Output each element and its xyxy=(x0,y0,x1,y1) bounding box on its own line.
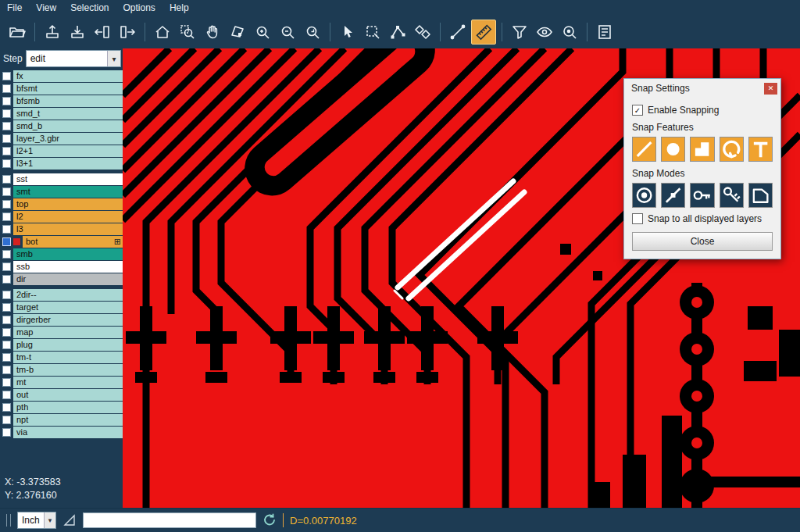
layer-name[interactable]: 2dir-- xyxy=(13,289,123,301)
layer-row[interactable]: l2 xyxy=(0,211,123,223)
layer-visibility-checkbox[interactable] xyxy=(2,237,11,246)
layer-name[interactable]: layer_3.gbr xyxy=(13,133,123,145)
layer-visibility-checkbox[interactable] xyxy=(2,109,11,118)
snap-arc-button[interactable] xyxy=(720,137,744,162)
layer-visibility-checkbox[interactable] xyxy=(2,275,11,284)
layer-visibility-checkbox[interactable] xyxy=(2,428,11,437)
layer-name[interactable]: out xyxy=(13,389,123,401)
layer-visibility-checkbox[interactable] xyxy=(2,403,11,412)
layer-name[interactable]: l3+1 xyxy=(13,158,123,170)
menu-help[interactable]: Help xyxy=(162,1,196,15)
layer-row[interactable]: dirgerber xyxy=(0,314,123,326)
layer-name[interactable]: smd_t xyxy=(13,108,123,120)
inspect-button[interactable] xyxy=(558,20,581,44)
layer-name[interactable]: bfsmt xyxy=(13,83,123,95)
layer-row[interactable]: out xyxy=(0,389,123,401)
line-tool-button[interactable] xyxy=(446,20,470,44)
layer-visibility-checkbox[interactable] xyxy=(2,72,11,80)
menu-options[interactable]: Options xyxy=(116,1,162,15)
all-layers-checkbox[interactable] xyxy=(632,213,643,224)
layer-name[interactable]: dir xyxy=(13,273,123,285)
snap-pad-button[interactable] xyxy=(661,137,685,162)
layer-row[interactable]: dir xyxy=(0,273,123,285)
save-down-button[interactable] xyxy=(66,20,89,44)
menu-view[interactable]: View xyxy=(29,1,63,15)
layer-visibility-checkbox[interactable] xyxy=(2,291,11,299)
zoom-in-button[interactable] xyxy=(251,20,274,44)
layer-row[interactable]: mt xyxy=(0,377,123,388)
layer-visibility-checkbox[interactable] xyxy=(2,353,11,362)
layer-row[interactable]: target xyxy=(0,302,123,313)
layer-visibility-checkbox[interactable] xyxy=(2,262,11,271)
layer-row[interactable]: top xyxy=(0,198,123,210)
layer-row[interactable]: smd_t xyxy=(0,108,123,120)
layer-visibility-checkbox[interactable] xyxy=(2,187,11,196)
export-button[interactable] xyxy=(116,20,139,44)
snap-contour-button[interactable] xyxy=(748,183,773,208)
open-file-button[interactable] xyxy=(5,20,29,44)
films-button[interactable] xyxy=(411,20,434,44)
layer-name[interactable]: pth xyxy=(13,402,123,413)
layer-row[interactable]: l2+1 xyxy=(0,145,123,157)
layer-name[interactable]: mt xyxy=(13,377,123,388)
layer-row[interactable]: npt xyxy=(0,414,123,426)
snap-key-angle-button[interactable] xyxy=(720,183,744,208)
layer-row[interactable]: via xyxy=(0,427,123,438)
layer-name[interactable]: bot⊞ xyxy=(23,236,123,248)
layer-row[interactable]: ssb xyxy=(0,261,123,273)
layer-name[interactable]: dirgerber xyxy=(13,314,123,326)
zoom-out-button[interactable] xyxy=(276,20,299,44)
layer-name[interactable]: bfsmb xyxy=(13,95,123,107)
close-button[interactable]: Close xyxy=(632,232,773,251)
snap-on-line-button[interactable] xyxy=(661,183,685,208)
menu-file[interactable]: File xyxy=(0,1,29,15)
layer-row[interactable]: fx xyxy=(0,70,123,82)
snap-key-button[interactable] xyxy=(690,183,714,208)
layer-row[interactable]: l3+1 xyxy=(0,158,123,170)
layer-name[interactable]: npt xyxy=(13,414,123,426)
select-cursor-button[interactable] xyxy=(336,20,359,44)
layer-visibility-checkbox[interactable] xyxy=(2,175,11,184)
layer-visibility-checkbox[interactable] xyxy=(2,328,11,337)
layer-name[interactable]: l3 xyxy=(13,223,123,235)
layer-visibility-checkbox[interactable] xyxy=(2,122,11,130)
filter-button[interactable] xyxy=(508,20,531,44)
zoom-polygon-button[interactable] xyxy=(226,20,249,44)
layer-visibility-checkbox[interactable] xyxy=(2,97,11,105)
chevron-down-icon[interactable]: ▾ xyxy=(44,512,55,528)
gerber-canvas[interactable]: Snap Settings ✕ ✓ Enable Snapping Snap F… xyxy=(123,48,800,509)
layer-visibility-checkbox[interactable] xyxy=(2,147,11,155)
refresh-icon[interactable] xyxy=(262,513,277,527)
menu-selection[interactable]: Selection xyxy=(63,1,116,15)
load-up-button[interactable] xyxy=(41,20,64,44)
import-button[interactable] xyxy=(91,20,114,44)
layer-name[interactable]: smb xyxy=(13,248,123,260)
layer-row[interactable]: l3 xyxy=(0,223,123,235)
layer-name[interactable]: sst xyxy=(13,173,123,185)
layer-row[interactable]: pth xyxy=(0,402,123,413)
layer-name[interactable]: l2 xyxy=(13,211,123,223)
layer-name[interactable]: l2+1 xyxy=(13,145,123,157)
close-icon[interactable]: ✕ xyxy=(764,83,777,95)
edit-vertex-button[interactable] xyxy=(386,20,409,44)
layer-visibility-checkbox[interactable] xyxy=(2,341,11,349)
all-layers-row[interactable]: Snap to all displayed layers xyxy=(632,213,773,224)
layer-row[interactable]: 2dir-- xyxy=(0,289,123,301)
layer-name[interactable]: target xyxy=(13,302,123,313)
layer-visibility-checkbox[interactable] xyxy=(2,250,11,259)
unit-select[interactable]: Inch ▾ xyxy=(17,512,56,529)
layer-visibility-checkbox[interactable] xyxy=(2,366,11,374)
zoom-reset-button[interactable] xyxy=(301,20,324,44)
snap-text-button[interactable] xyxy=(748,137,773,162)
pan-hand-button[interactable] xyxy=(201,20,224,44)
measure-ruler-button[interactable] xyxy=(471,20,496,45)
layer-name[interactable]: smd_b xyxy=(13,120,123,132)
layer-row[interactable]: smd_b xyxy=(0,120,123,132)
layer-name[interactable]: ssb xyxy=(13,261,123,273)
layer-row[interactable]: layer_3.gbr xyxy=(0,133,123,145)
snap-surface-button[interactable] xyxy=(690,137,714,162)
zoom-window-button[interactable] xyxy=(176,20,199,44)
snap-center-button[interactable] xyxy=(632,183,656,208)
layer-visibility-checkbox[interactable] xyxy=(2,212,11,221)
layer-name[interactable]: tm-t xyxy=(13,352,123,363)
